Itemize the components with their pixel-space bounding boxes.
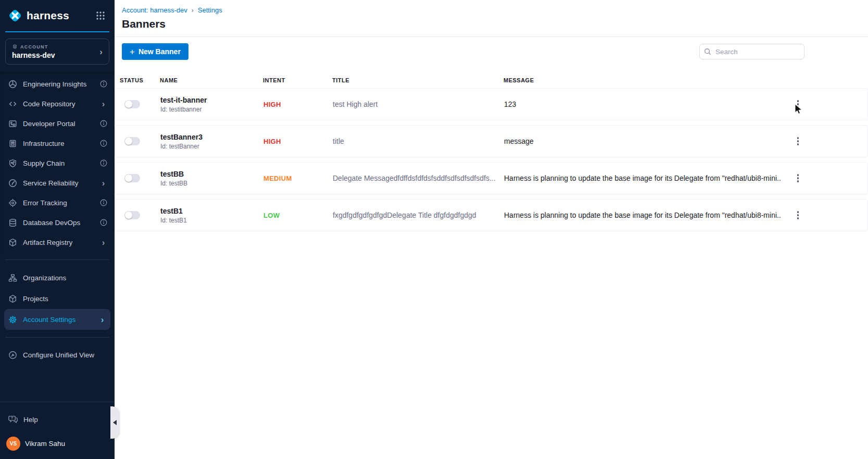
row-menu-button[interactable] xyxy=(792,134,804,148)
column-header-title: TITLE xyxy=(332,77,504,83)
sidebar-item-account-settings[interactable]: Account Settings › xyxy=(4,309,110,330)
intent-badge: HIGH xyxy=(263,101,281,108)
sidebar-divider xyxy=(5,337,109,338)
sidebar-divider xyxy=(0,402,115,402)
sidebar-item-configure-unified-view[interactable]: Configure Unified View xyxy=(0,345,115,365)
status-toggle[interactable] xyxy=(124,137,140,145)
status-toggle[interactable] xyxy=(124,100,140,108)
portal-icon xyxy=(8,119,17,128)
chevron-right-icon: › xyxy=(99,100,107,108)
info-icon[interactable] xyxy=(99,219,107,226)
sidebar-item-label: Database DevOps xyxy=(23,219,94,227)
column-header-status: STATUS xyxy=(120,77,160,83)
breadcrumb: Account: harness-dev › Settings xyxy=(122,6,868,14)
search-input[interactable] xyxy=(699,44,804,59)
sidebar-item-label: Error Tracking xyxy=(23,199,94,207)
svg-text:?: ? xyxy=(11,416,14,420)
row-menu-button[interactable] xyxy=(792,171,804,185)
info-icon[interactable] xyxy=(99,80,107,88)
table-header: STATUS NAME INTENT TITLE MESSAGE xyxy=(115,72,868,88)
sidebar-item-error-tracking[interactable]: Error Tracking xyxy=(0,193,115,213)
search-icon xyxy=(704,48,711,55)
insights-icon xyxy=(8,80,17,89)
infrastructure-icon xyxy=(8,139,17,148)
wrench-circle-icon xyxy=(8,351,17,359)
chevron-right-icon: › xyxy=(98,315,106,324)
sidebar-item-label: Engineering Insights xyxy=(23,80,94,88)
chevron-right-icon: › xyxy=(99,179,107,188)
avatar: VS xyxy=(6,437,20,451)
sidebar-item-database-devops[interactable]: Database DevOps xyxy=(0,213,115,232)
sidebar-item-organizations[interactable]: Organizations xyxy=(0,267,115,288)
target-icon xyxy=(8,199,17,207)
sidebar-item-label: Developer Portal xyxy=(23,120,94,128)
sidebar-item-developer-portal[interactable]: Developer Portal xyxy=(0,114,115,133)
info-icon[interactable] xyxy=(99,120,107,127)
banner-title: title xyxy=(333,137,504,145)
account-name: harness-dev xyxy=(12,51,99,59)
banner-id: Id: testB1 xyxy=(160,217,263,224)
banner-title: fxgdfgdfgdfgdfgdDelegate Title dfgfdgdfg… xyxy=(333,211,504,219)
banner-title: test High alert xyxy=(333,100,504,108)
project-cube-icon xyxy=(8,294,17,303)
banner-message: message xyxy=(504,137,781,145)
breadcrumb-account-link[interactable]: Account: harness-dev xyxy=(122,6,187,14)
sidebar-nav-secondary: Organizations Projects Account Settings … xyxy=(0,267,115,330)
app-grid-icon[interactable] xyxy=(94,9,107,22)
banner-id: Id: testBB xyxy=(160,180,263,187)
sidebar-collapse-handle[interactable] xyxy=(110,406,119,439)
banner-id: Id: testBanner xyxy=(160,143,263,150)
info-icon[interactable] xyxy=(99,159,107,167)
sidebar-item-label: Configure Unified View xyxy=(23,351,107,359)
sidebar-item-service-reliability[interactable]: Service Reliability › xyxy=(0,173,115,193)
account-selector[interactable]: ACCOUNT harness-dev › xyxy=(5,39,109,65)
sidebar-item-supply-chain[interactable]: Supply Chain xyxy=(0,153,115,173)
sidebar-item-help[interactable]: ? Help xyxy=(0,410,115,429)
sidebar: harness ACCOUNT harness-dev › xyxy=(0,0,115,459)
column-header-intent: INTENT xyxy=(263,77,332,83)
harness-logo[interactable]: harness xyxy=(7,8,94,23)
sidebar-footer: ? Help VS Vikram Sahu xyxy=(0,402,115,459)
chevron-right-icon: › xyxy=(99,238,107,247)
account-label: ACCOUNT xyxy=(20,44,48,49)
sidebar-item-label: Infrastructure xyxy=(23,140,94,147)
user-name: Vikram Sahu xyxy=(25,440,65,448)
sidebar-item-label: Organizations xyxy=(23,274,107,282)
banner-name: test-it-banner xyxy=(160,96,263,104)
brand-name: harness xyxy=(27,9,69,22)
intent-badge: MEDIUM xyxy=(263,175,292,182)
row-menu-button[interactable] xyxy=(792,208,804,222)
user-menu[interactable]: VS Vikram Sahu xyxy=(0,437,115,451)
sidebar-item-infrastructure[interactable]: Infrastructure xyxy=(0,133,115,153)
sidebar-item-label: Projects xyxy=(23,295,107,303)
gauge-icon xyxy=(8,179,17,188)
sidebar-nav-tertiary: Configure Unified View xyxy=(0,345,115,365)
account-icon xyxy=(12,44,18,49)
banner-name: testB1 xyxy=(160,207,263,215)
gear-icon xyxy=(8,315,17,324)
banner-message: Harness is planning to update the base i… xyxy=(504,211,781,219)
status-toggle[interactable] xyxy=(124,211,140,219)
sidebar-item-artifact-registry[interactable]: Artifact Registry › xyxy=(0,232,115,252)
new-banner-button[interactable]: + New Banner xyxy=(122,43,188,60)
breadcrumb-settings-link[interactable]: Settings xyxy=(198,6,222,14)
row-menu-button[interactable] xyxy=(792,97,804,111)
sidebar-item-label: Service Reliability xyxy=(23,179,94,187)
info-icon[interactable] xyxy=(99,199,107,206)
table-row: testBB Id: testBB MEDIUM Delegate Messag… xyxy=(115,162,868,194)
status-toggle[interactable] xyxy=(124,174,140,182)
plus-icon: + xyxy=(130,47,135,56)
info-icon[interactable] xyxy=(99,140,107,147)
banner-title: Delegate Messagedfdffdsfdfdsfsddfsdfsdfs… xyxy=(333,174,504,182)
intent-badge: LOW xyxy=(263,212,280,219)
table-row: testBanner3 Id: testBanner HIGH title me… xyxy=(115,125,868,157)
sidebar-item-engineering-insights[interactable]: Engineering Insights xyxy=(0,74,115,94)
main-content: Account: harness-dev › Settings Banners … xyxy=(115,0,868,459)
collapse-arrow-icon xyxy=(113,420,117,425)
intent-badge: HIGH xyxy=(263,138,281,145)
column-header-message: MESSAGE xyxy=(504,77,782,83)
help-chat-icon: ? xyxy=(8,415,18,424)
column-header-name: NAME xyxy=(160,77,263,83)
sidebar-item-projects[interactable]: Projects xyxy=(0,288,115,309)
sidebar-item-code-repository[interactable]: Code Repository › xyxy=(0,94,115,114)
